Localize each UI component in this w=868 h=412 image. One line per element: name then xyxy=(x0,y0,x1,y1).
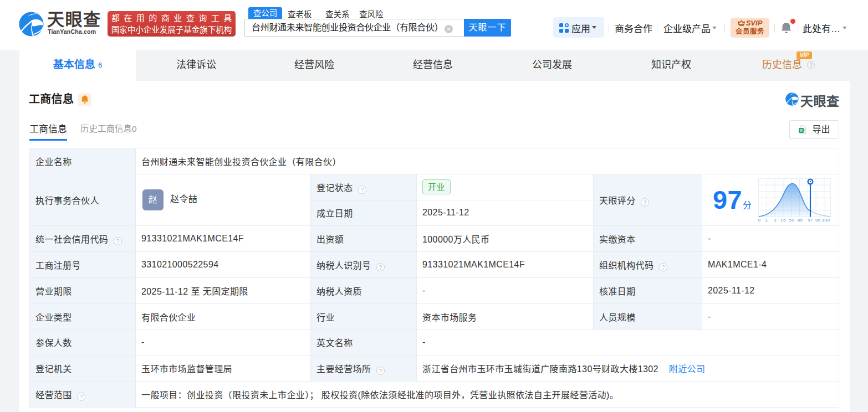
svg-text:99: 99 xyxy=(815,218,820,222)
svg-text:50: 50 xyxy=(789,218,794,222)
svg-text:3: 3 xyxy=(773,218,776,222)
svg-text:15: 15 xyxy=(780,218,786,222)
svg-text:0: 0 xyxy=(758,218,761,222)
svg-text:1: 1 xyxy=(765,218,768,222)
svg-text:100: 100 xyxy=(821,218,830,222)
svg-text:97: 97 xyxy=(808,218,813,222)
svg-text:X: X xyxy=(800,128,803,133)
svg-text:85: 85 xyxy=(797,218,803,222)
